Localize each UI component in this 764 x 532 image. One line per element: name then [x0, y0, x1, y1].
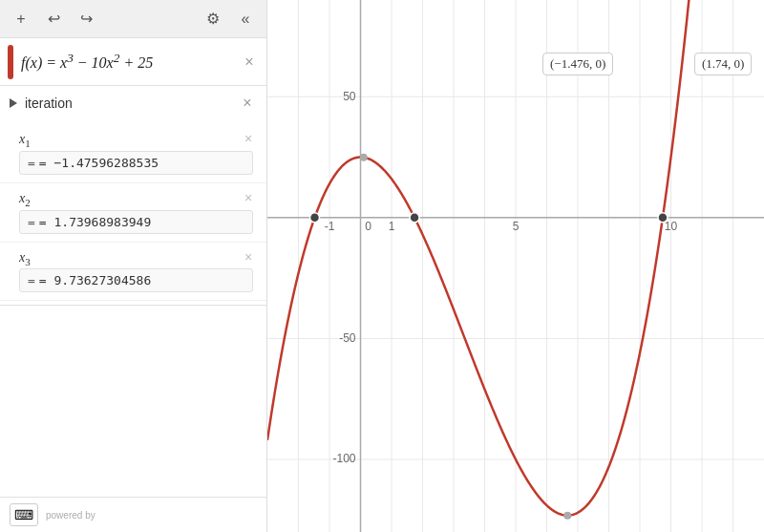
roots-container: x1 = = −1.47596288535 × x2 = = 1.7396898…: [0, 120, 266, 305]
sidebar: + ↩ ↪ ⚙ « f(x) = x3 − 10x2 + 25 × iterat…: [0, 0, 267, 532]
function-color-bar: [8, 45, 13, 79]
root-value-1: = = −1.47596288535: [19, 151, 253, 175]
root-entry-1: x1 = = −1.47596288535 ×: [0, 124, 266, 183]
iteration-header[interactable]: iteration ×: [0, 86, 266, 120]
settings-button[interactable]: ⚙: [200, 6, 226, 32]
root-entry-3: x3 = = 9.73627304586 ×: [0, 243, 266, 302]
root-entry-2: x2 = = 1.73968983949 ×: [0, 183, 266, 243]
undo-button[interactable]: ↩: [40, 6, 67, 32]
powered-by-label: powered by: [46, 510, 96, 521]
toolbar: + ↩ ↪ ⚙ «: [0, 0, 266, 38]
function-entry: f(x) = x3 − 10x2 + 25 ×: [0, 38, 266, 86]
iteration-close-button[interactable]: ×: [238, 94, 257, 113]
function-close-button[interactable]: ×: [240, 53, 259, 72]
root-value-3: = = 9.73627304586: [19, 268, 253, 292]
root-label-1: x1: [19, 132, 253, 149]
root-close-3[interactable]: ×: [240, 248, 257, 266]
root-value-2: = = 1.73968983949: [19, 210, 253, 234]
collapse-button[interactable]: «: [232, 6, 259, 32]
root-close-1[interactable]: ×: [240, 130, 257, 147]
sidebar-bottom: ⌨ powered by: [0, 497, 266, 532]
iteration-section: iteration × x1 = = −1.47596288535 × x2 =…: [0, 86, 266, 306]
graph-area[interactable]: (−1.476, 0) (1.74, 0) (9.736, 0): [267, 0, 764, 532]
add-button[interactable]: +: [8, 6, 34, 32]
keyboard-button[interactable]: ⌨: [10, 503, 38, 526]
iteration-label: iteration: [25, 96, 73, 111]
root-label-2: x2: [19, 191, 253, 208]
redo-button[interactable]: ↪: [73, 6, 99, 32]
root-close-2[interactable]: ×: [240, 189, 257, 206]
root-label-3: x3: [19, 250, 253, 267]
function-expression: f(x) = x3 − 10x2 + 25: [21, 51, 240, 72]
expand-icon: [10, 98, 17, 108]
